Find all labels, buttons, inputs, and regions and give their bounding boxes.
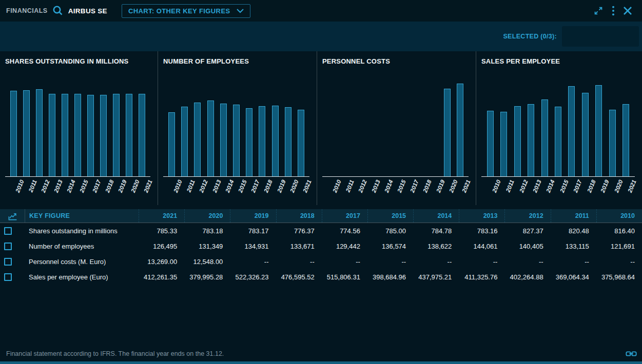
row-label: Shares outstanding in millions bbox=[25, 227, 139, 235]
row-checkbox[interactable] bbox=[4, 227, 12, 235]
x-axis-label-slot: 2014 bbox=[376, 177, 389, 201]
year-column-header: 2011 bbox=[551, 209, 596, 223]
x-axis-label-slot: 2014 bbox=[217, 177, 230, 201]
bottom-accent-strip bbox=[0, 361, 642, 364]
value-cell: 783.16 bbox=[459, 227, 504, 235]
bar-slot bbox=[592, 85, 606, 176]
value-cell: 412,261.35 bbox=[139, 273, 184, 281]
chart-panel: SALES PER EMPLOYEE2010201120122013201420… bbox=[476, 51, 642, 205]
value-cell: 398,684.96 bbox=[367, 273, 413, 281]
bar-slot bbox=[217, 104, 230, 176]
expand-icon[interactable] bbox=[593, 5, 604, 16]
x-axis-label-slot: 2011 bbox=[20, 177, 33, 201]
value-cell: 402,264.88 bbox=[504, 273, 550, 281]
bar bbox=[36, 89, 43, 176]
x-axis-label-slot: 2010 bbox=[483, 177, 497, 201]
year-column-header: 2013 bbox=[459, 209, 504, 223]
value-cell: 515,806.31 bbox=[322, 273, 367, 281]
bar bbox=[622, 104, 629, 176]
bar bbox=[126, 94, 132, 176]
bar-slot bbox=[295, 110, 307, 176]
top-bar: FINANCIALS AIRBUS SE CHART: OTHER KEY FI… bbox=[0, 0, 642, 22]
value-cell: -- bbox=[551, 258, 596, 266]
bar bbox=[194, 103, 201, 176]
value-cell: -- bbox=[322, 258, 367, 266]
bar bbox=[220, 104, 227, 176]
bar-slot bbox=[269, 106, 282, 176]
table-header-row: KEY FIGURE202120202019201820172015201420… bbox=[0, 209, 642, 223]
bar-slot bbox=[135, 94, 148, 176]
bar-slot bbox=[191, 103, 204, 176]
value-cell: 12,548.00 bbox=[184, 258, 230, 266]
table-row: Number of employees126,495131,349134,931… bbox=[0, 238, 642, 254]
value-cell: 13,269.00 bbox=[139, 258, 184, 266]
year-column-header: 2021 bbox=[139, 209, 184, 223]
value-cell: 785.00 bbox=[367, 227, 413, 235]
x-axis-label-slot: 2017 bbox=[84, 177, 97, 201]
charts-section: SHARES OUTSTANDING IN MILLIONS2010201120… bbox=[0, 51, 642, 205]
x-axis-label: 2021 bbox=[143, 179, 153, 193]
checkbox-cell bbox=[0, 258, 25, 266]
row-checkbox[interactable] bbox=[4, 258, 12, 266]
kebab-menu-icon[interactable] bbox=[612, 5, 615, 16]
value-cell: 816.40 bbox=[596, 227, 642, 235]
x-axis-label-slot: 2012 bbox=[511, 177, 524, 201]
x-axis-label-slot: 2017 bbox=[243, 177, 256, 201]
bar bbox=[298, 110, 304, 176]
bar bbox=[233, 105, 240, 176]
x-axis-label: 2021 bbox=[302, 179, 313, 193]
financials-window: FINANCIALS AIRBUS SE CHART: OTHER KEY FI… bbox=[0, 0, 642, 364]
trend-chart-icon bbox=[0, 209, 25, 223]
bar bbox=[514, 106, 521, 176]
value-cell: 138,622 bbox=[413, 242, 459, 250]
value-cell: 379,995.28 bbox=[184, 273, 230, 281]
chain-link-icon[interactable] bbox=[626, 350, 637, 358]
bar-slot bbox=[123, 94, 135, 176]
value-cell: 121,691 bbox=[596, 242, 642, 250]
value-cell: 133,115 bbox=[551, 242, 596, 250]
x-axis-label-slot: 2013 bbox=[363, 177, 376, 201]
x-axis-label-slot: 2019 bbox=[428, 177, 441, 201]
value-cell: 783.17 bbox=[230, 227, 276, 235]
footnote: Financial statement according to IFRS. T… bbox=[6, 350, 224, 357]
x-axis-label-slot: 2021 bbox=[619, 177, 633, 201]
bar-slot bbox=[282, 107, 295, 176]
x-axis-label: 2021 bbox=[627, 179, 637, 193]
bar bbox=[181, 107, 188, 176]
value-cell: 827.37 bbox=[504, 227, 550, 235]
bar-slot bbox=[441, 89, 454, 176]
row-checkbox[interactable] bbox=[4, 242, 12, 250]
bar-slot bbox=[551, 107, 565, 176]
value-cell: -- bbox=[230, 258, 276, 266]
chart-panel: SHARES OUTSTANDING IN MILLIONS2010201120… bbox=[0, 51, 158, 205]
year-column-header: 2015 bbox=[367, 209, 413, 223]
x-axis-label-slot: 2021 bbox=[295, 177, 307, 201]
x-axis-label-slot: 2013 bbox=[46, 177, 59, 201]
chart-type-dropdown[interactable]: CHART: OTHER KEY FIGURES bbox=[122, 4, 250, 18]
value-cell: 129,442 bbox=[322, 242, 367, 250]
search-icon[interactable] bbox=[52, 5, 64, 17]
selection-input[interactable] bbox=[562, 26, 639, 47]
bar-slot bbox=[178, 107, 191, 176]
bar-slot bbox=[538, 99, 551, 176]
x-axis-labels: 2010201120122013201420152017201820192020… bbox=[481, 177, 635, 201]
value-cell: 776.37 bbox=[276, 227, 322, 235]
empty-area bbox=[0, 285, 642, 346]
x-axis-label-slot: 2011 bbox=[497, 177, 510, 201]
key-figures-table: KEY FIGURE202120202019201820172015201420… bbox=[0, 209, 642, 285]
value-cell: 783.18 bbox=[184, 227, 230, 235]
chart-title: SHARES OUTSTANDING IN MILLIONS bbox=[5, 57, 150, 65]
close-icon[interactable] bbox=[622, 6, 633, 16]
chart-type-dropdown-label: CHART: OTHER KEY FIGURES bbox=[128, 7, 230, 15]
chart-panel: NUMBER OF EMPLOYEES201020112012201320142… bbox=[158, 51, 317, 205]
x-axis-label-slot: 2018 bbox=[415, 177, 427, 201]
bar bbox=[487, 111, 494, 176]
row-checkbox[interactable] bbox=[4, 273, 12, 281]
bar bbox=[595, 85, 602, 176]
value-cell: 820.48 bbox=[551, 227, 596, 235]
bar-slot bbox=[243, 108, 256, 176]
x-axis-label-slot: 2019 bbox=[269, 177, 282, 201]
bar-slot bbox=[606, 110, 619, 176]
table-row: Sales per employee (Euro)412,261.35379,9… bbox=[0, 269, 642, 285]
bar-slot bbox=[110, 94, 123, 176]
